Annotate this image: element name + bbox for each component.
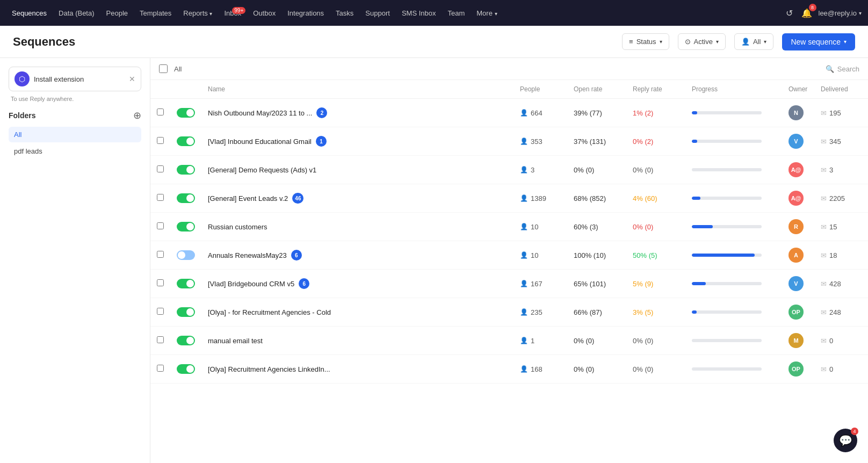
row-toggle-cell: [170, 156, 201, 184]
row-checkbox[interactable]: [157, 365, 164, 372]
owner-avatar[interactable]: R: [789, 219, 804, 234]
select-all-checkbox[interactable]: [159, 64, 168, 73]
sequence-name[interactable]: [General] Event Leads v.2: [208, 194, 288, 202]
row-people-cell: 👤 3: [513, 156, 567, 184]
sequence-toggle[interactable]: [177, 108, 195, 118]
sequence-name[interactable]: [Olya] Recruitment Agencies LinkedIn...: [208, 365, 330, 373]
nav-item-inbox[interactable]: Inbox 99+: [219, 6, 247, 20]
mail-icon: ✉: [821, 337, 827, 345]
sequence-name[interactable]: [Olya] - for Recruitment Agencies - Cold: [208, 308, 331, 316]
row-checkbox[interactable]: [157, 308, 164, 315]
search-box[interactable]: 🔍 Search: [826, 65, 859, 73]
mail-icon: ✉: [821, 109, 827, 117]
owner-avatar[interactable]: N: [789, 105, 804, 120]
nav-item-templates[interactable]: Templates: [134, 6, 177, 20]
people-count: 👤 1389: [520, 194, 561, 202]
owner-avatar[interactable]: OP: [789, 361, 804, 377]
nav-item-more[interactable]: More ▾: [471, 6, 502, 20]
sequence-toggle[interactable]: [177, 336, 195, 345]
row-open-rate-cell: 65% (101): [567, 270, 626, 298]
add-folder-button[interactable]: ⊕: [133, 111, 141, 120]
sequence-toggle[interactable]: [177, 364, 195, 374]
owner-avatar[interactable]: A: [789, 248, 804, 263]
col-check: [150, 80, 170, 99]
row-toggle-cell: [170, 327, 201, 355]
nav-item-support[interactable]: Support: [360, 6, 395, 20]
col-toggle: [170, 80, 201, 99]
mail-icon: ✉: [821, 166, 827, 174]
owner-filter-icon: 👤: [741, 38, 750, 46]
people-count: 👤 168: [520, 365, 561, 373]
table-header-row: Name People Open rate Reply rate Progres…: [150, 80, 868, 99]
owner-avatar[interactable]: A@: [789, 191, 804, 206]
sequence-name[interactable]: Nish Outbound May/2023 11 to ...: [208, 109, 312, 117]
sequence-name[interactable]: [Vlad] Bridgebound CRM v5: [208, 280, 294, 288]
owner-avatar[interactable]: V: [789, 276, 804, 291]
chevron-down-icon-owner: ▾: [764, 39, 766, 45]
sequence-name[interactable]: [General] Demo Requests (Ads) v1: [208, 166, 316, 174]
sidebar-item-pdf-leads[interactable]: pdf leads: [9, 143, 141, 159]
sequence-toggle[interactable]: [177, 279, 195, 288]
nav-item-team[interactable]: Team: [442, 6, 470, 20]
nav-item-reports[interactable]: Reports ▾: [178, 6, 218, 20]
row-open-rate-cell: 37% (131): [567, 127, 626, 156]
nav-item-tasks[interactable]: Tasks: [330, 6, 359, 20]
install-extension-banner[interactable]: ⬡ Install extension ✕: [9, 67, 141, 91]
close-icon[interactable]: ✕: [129, 75, 135, 83]
row-checkbox[interactable]: [157, 165, 164, 172]
open-rate-value: 39% (77): [574, 109, 602, 117]
sequence-toggle[interactable]: [177, 165, 195, 175]
status-filter-button[interactable]: ≡ Status ▾: [622, 33, 669, 50]
refresh-icon[interactable]: ↺: [784, 6, 795, 20]
sequence-name[interactable]: Russian customers: [208, 223, 267, 231]
delivered-value: 345: [829, 138, 841, 146]
chat-bubble[interactable]: 💬 4: [834, 429, 857, 452]
sequence-toggle[interactable]: [177, 222, 195, 232]
row-people-cell: 👤 353: [513, 127, 567, 156]
owner-avatar[interactable]: M: [789, 333, 804, 348]
owner-filter-button[interactable]: 👤 All ▾: [734, 33, 773, 50]
col-people: People: [513, 80, 567, 99]
nav-item-data[interactable]: Data (Beta): [53, 6, 99, 20]
row-checkbox[interactable]: [157, 194, 164, 201]
owner-avatar[interactable]: A@: [789, 162, 804, 177]
people-value: 10: [531, 223, 538, 231]
nav-item-sequences[interactable]: Sequences: [6, 6, 52, 20]
row-people-cell: 👤 1: [513, 327, 567, 355]
chevron-down-icon: ▾: [209, 11, 212, 17]
sequence-badge: 46: [292, 193, 303, 204]
notification-bell[interactable]: 🔔 8: [799, 6, 814, 20]
row-checkbox[interactable]: [157, 108, 164, 115]
sequence-name[interactable]: [Vlad] Inbound Educational Gmail: [208, 138, 312, 146]
row-checkbox[interactable]: [157, 222, 164, 229]
row-checkbox[interactable]: [157, 137, 164, 144]
nav-item-people[interactable]: People: [101, 6, 133, 20]
people-value: 235: [531, 308, 542, 316]
all-label[interactable]: All: [174, 65, 182, 73]
nav-item-outbox[interactable]: Outbox: [248, 6, 281, 20]
sequence-toggle[interactable]: [177, 136, 195, 146]
active-filter-button[interactable]: ⊙ Active ▾: [678, 33, 726, 50]
owner-avatar[interactable]: V: [789, 134, 804, 149]
sequence-toggle[interactable]: [177, 250, 195, 260]
sequence-name[interactable]: manual email test: [208, 337, 263, 345]
sequence-name[interactable]: Annuals RenewalsMay23: [208, 251, 287, 259]
row-progress-cell: [685, 184, 782, 213]
delivered-count: ✉ 248: [821, 308, 862, 316]
progress-bar: [692, 254, 762, 257]
row-checkbox[interactable]: [157, 251, 164, 258]
sequence-toggle[interactable]: [177, 193, 195, 203]
sequence-badge: 6: [299, 278, 309, 289]
sidebar-item-all[interactable]: All: [9, 127, 141, 142]
people-count: 👤 3: [520, 166, 561, 174]
sequence-toggle[interactable]: [177, 307, 195, 317]
new-sequence-button[interactable]: New sequence ▾: [782, 33, 855, 50]
row-checkbox[interactable]: [157, 336, 164, 343]
nav-item-integrations[interactable]: Integrations: [282, 6, 329, 20]
table-row: Russian customers 👤 10 60% (3) 0% (0) R: [150, 213, 868, 241]
owner-avatar[interactable]: OP: [789, 305, 804, 320]
user-menu[interactable]: lee@reply.io ▾: [819, 9, 862, 17]
row-open-rate-cell: 100% (10): [567, 241, 626, 270]
nav-item-sms-inbox[interactable]: SMS Inbox: [396, 6, 442, 20]
row-checkbox[interactable]: [157, 279, 164, 286]
